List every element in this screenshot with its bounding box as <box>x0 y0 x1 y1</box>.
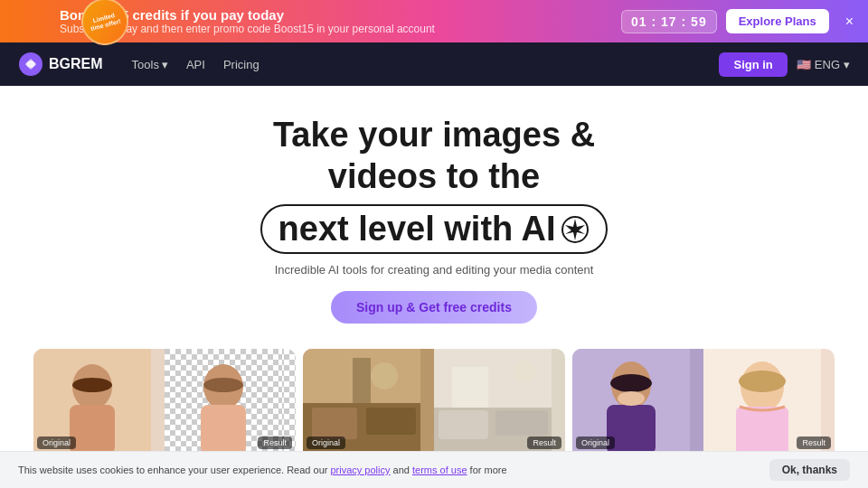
nav-links: Tools ▾ API Pricing <box>125 54 267 75</box>
terms-of-use-link[interactable]: terms of use <box>412 465 467 475</box>
nav-tools[interactable]: Tools ▾ <box>125 54 175 75</box>
svg-rect-24 <box>495 410 548 436</box>
card-image-painting: Original Result <box>572 349 835 453</box>
top-banner: Limited time offer! Bonus +15 credits if… <box>0 0 868 42</box>
chevron-down-icon: ▾ <box>162 58 168 71</box>
card-image-interior: Original Result <box>303 349 565 453</box>
cookie-accept-button[interactable]: Ok, thanks <box>769 459 850 481</box>
nav-api[interactable]: API <box>179 54 212 75</box>
logo-icon <box>18 52 43 77</box>
card-result-interior: Result <box>434 349 565 453</box>
svg-rect-13 <box>201 405 246 453</box>
nav-right: Sign in 🇺🇸 ENG ▾ <box>719 52 850 77</box>
countdown-timer: 01 : 17 : 59 <box>621 10 717 33</box>
chevron-down-icon: ▾ <box>844 58 850 71</box>
signin-button[interactable]: Sign in <box>719 52 787 77</box>
hero-subtitle: Incredible AI tools for creating and edi… <box>18 263 850 277</box>
logo-text: BGREM <box>49 56 103 72</box>
svg-rect-20 <box>353 358 371 403</box>
svg-rect-34 <box>736 407 788 453</box>
card-result-painting: Result <box>703 349 835 453</box>
card-original-interior: Original <box>303 349 434 453</box>
svg-rect-23 <box>439 410 488 439</box>
svg-point-30 <box>610 374 652 392</box>
pill-text: next level with AI <box>278 210 556 249</box>
language-selector[interactable]: 🇺🇸 ENG ▾ <box>797 58 850 71</box>
svg-point-31 <box>618 391 645 406</box>
result-label-1: Result <box>258 436 292 449</box>
hero-title-line2: videos to the <box>18 156 850 198</box>
original-label-1: Original <box>37 436 76 449</box>
navbar: BGREM Tools ▾ API Pricing Sign in 🇺🇸 ENG… <box>0 42 868 86</box>
result-label-2: Result <box>527 436 561 449</box>
original-label-2: Original <box>307 436 345 449</box>
card-result-bg: Result <box>165 349 296 453</box>
logo[interactable]: BGREM <box>18 52 103 77</box>
cta-button[interactable]: Sign up & Get free credits <box>331 291 537 324</box>
original-label-3: Original <box>576 436 615 449</box>
close-banner-button[interactable]: × <box>845 14 854 30</box>
result-label-3: Result <box>797 436 831 449</box>
cookie-banner: This website uses cookies to enhance you… <box>0 451 868 488</box>
card-image-bg-remover: Original Result <box>33 349 296 453</box>
svg-point-35 <box>739 371 786 392</box>
banner-left: Limited time offer! Bonus +15 credits if… <box>14 7 435 35</box>
ai-sparkle-icon <box>561 215 590 244</box>
hero-title-line1: Take your images & <box>18 115 850 156</box>
svg-point-14 <box>203 378 243 392</box>
privacy-policy-link[interactable]: privacy policy <box>330 465 390 475</box>
nav-pricing[interactable]: Pricing <box>216 54 267 75</box>
svg-point-5 <box>72 378 112 392</box>
banner-right: 01 : 17 : 59 Explore Plans × <box>621 9 854 33</box>
hero-pill: next level with AI <box>260 204 609 254</box>
cookie-text: This website uses cookies to enhance you… <box>18 465 507 475</box>
svg-point-19 <box>371 362 398 389</box>
hero-section: Take your images & videos to the next le… <box>0 86 868 338</box>
svg-rect-17 <box>312 408 357 439</box>
svg-rect-18 <box>366 408 416 435</box>
nav-left: BGREM Tools ▾ API Pricing <box>18 52 267 77</box>
svg-rect-4 <box>70 405 115 453</box>
svg-point-26 <box>514 361 535 382</box>
card-original-painting: Original <box>572 349 703 453</box>
card-original-bg: Original <box>33 349 165 453</box>
svg-rect-25 <box>452 367 488 408</box>
flag-icon: 🇺🇸 <box>797 58 811 71</box>
explore-plans-button[interactable]: Explore Plans <box>726 9 829 33</box>
